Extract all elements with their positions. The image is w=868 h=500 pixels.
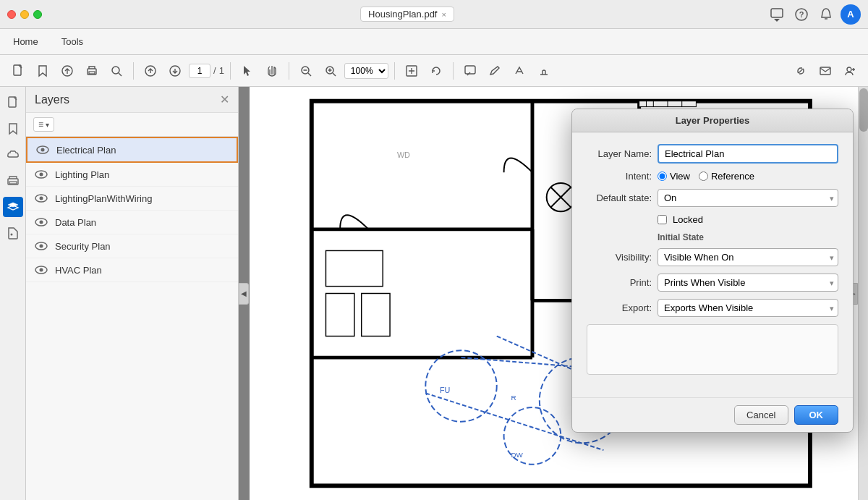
add-user-button[interactable] [839,60,861,82]
layers-close-button[interactable]: ✕ [220,93,229,106]
layer-properties-dialog[interactable]: Layer Properties Layer Name: Intent: Vie… [571,109,854,433]
ok-button[interactable]: OK [794,405,839,425]
svg-point-31 [40,173,43,177]
left-sidebar [0,87,26,500]
sidebar-new-doc[interactable] [3,93,23,113]
svg-text:FU: FU [440,386,450,394]
intent-reference-radio[interactable]: Reference [699,171,754,182]
bookmark-button[interactable] [32,60,54,82]
link-button[interactable] [790,60,812,82]
layer-item[interactable]: Security Plan [26,234,238,258]
dialog-row-print: Print: Prints When Visible Always Prints… [587,274,838,292]
comment-button[interactable] [459,60,481,82]
svg-line-14 [308,73,311,76]
sidebar-layers[interactable] [3,197,23,217]
select-tool-button[interactable] [237,60,258,82]
collapse-left-button[interactable]: ◀ [239,283,249,305]
page-up-button[interactable] [140,60,161,82]
search-button[interactable] [106,60,127,82]
maximize-window-button[interactable] [33,10,42,19]
intent-view-radio[interactable]: View [658,171,690,182]
layer-item[interactable]: Data Plan [26,211,238,234]
svg-text:R: R [511,394,516,402]
export-select[interactable]: Exports When Visible Always Exports Neve… [658,299,838,317]
tab-close-button[interactable]: × [441,10,446,19]
top-right-icons: ? A [767,4,861,25]
help-icon[interactable]: ? [791,4,812,25]
notification-icon[interactable] [816,4,836,25]
svg-rect-69 [362,294,390,336]
scroll-handle[interactable] [859,88,868,132]
draw-button[interactable] [484,60,506,82]
stamp-button[interactable] [533,60,555,82]
highlight-button[interactable] [509,60,530,82]
layer-eye-icon [33,216,49,228]
visibility-select[interactable]: Visible When On Always Visible Never Vis… [658,248,838,266]
print-button[interactable] [81,60,103,82]
tab-filename[interactable]: HousingPlan.pdf × [360,7,454,22]
page-down-button[interactable] [164,60,186,82]
title-bar-center: HousingPlan.pdf × [54,7,761,22]
intent-view-input[interactable] [658,171,667,181]
svg-line-18 [333,73,336,76]
user-avatar[interactable]: A [841,4,861,25]
svg-point-23 [847,67,851,72]
layer-item[interactable]: HVAC Plan [26,258,238,282]
intent-radio-group: View Reference [658,171,754,182]
print-select[interactable]: Prints When Visible Always Prints Never … [658,274,838,292]
svg-line-9 [119,73,122,76]
layer-item[interactable]: LightingPlanWithWiring [26,187,238,211]
menu-home[interactable]: Home [9,33,43,50]
layers-panel: Layers ✕ ≡ ▾ Electrical PlanLighting Pla… [26,87,239,500]
close-window-button[interactable] [7,10,16,19]
menu-tools[interactable]: Tools [57,33,88,50]
layer-name-label: Layer Name: [587,148,652,159]
layer-item[interactable]: Electrical Plan [26,137,238,163]
fit-page-button[interactable] [401,60,422,82]
sidebar-print[interactable] [3,171,23,191]
minimize-window-button[interactable] [20,10,29,19]
intent-reference-input[interactable] [699,171,708,181]
zoom-control: 100%50%75%125%150% [344,63,388,79]
layer-eye-icon [33,240,49,252]
rotate-button[interactable] [425,60,447,82]
svg-text:?: ? [799,10,804,19]
layer-name-input[interactable] [658,144,838,164]
menu-bar: Home Tools [0,29,868,55]
pan-tool-button[interactable] [261,60,283,82]
zoom-out-button[interactable] [295,60,317,82]
cancel-button[interactable]: Cancel [734,405,788,425]
layer-eye-icon [35,144,51,156]
sidebar-bookmark[interactable] [3,119,23,139]
layer-item[interactable]: Lighting Plan [26,163,238,187]
layers-toolbar: ≡ ▾ [26,113,238,137]
print-label: Print: [587,277,652,288]
pdf-area: ◀ [239,87,868,500]
svg-point-47 [425,350,496,421]
upload-button[interactable] [56,60,78,82]
layers-menu-button[interactable]: ≡ ▾ [33,117,54,132]
initial-state-section: Initial State [587,232,838,242]
layer-name-label: LightingPlanWithWiring [55,193,231,204]
dialog-footer: Cancel OK [572,397,853,432]
dialog-notes-textarea[interactable] [587,324,838,375]
dialog-row-intent: Intent: View Reference [587,171,838,182]
sidebar-tags[interactable] [3,223,23,243]
svg-point-29 [41,148,45,152]
zoom-in-button[interactable] [320,60,341,82]
sidebar-cloud[interactable] [3,145,23,165]
dialog-body: Layer Name: Intent: View Ref [572,132,853,397]
email-button[interactable] [814,60,836,82]
default-state-select[interactable]: OnOff [658,189,838,207]
chat-icon[interactable] [767,4,787,25]
locked-label[interactable]: Locked [673,214,703,225]
svg-point-33 [40,197,43,200]
new-button[interactable] [7,60,29,82]
zoom-select[interactable]: 100%50%75%125%150% [344,63,388,79]
layers-list: Electrical PlanLighting PlanLightingPlan… [26,137,238,500]
page-number-input[interactable] [189,64,210,78]
scroll-bar-right[interactable] [858,87,868,500]
locked-checkbox[interactable] [658,215,667,224]
page-total: 1 [219,65,224,76]
dialog-row-visibility: Visibility: Visible When On Always Visib… [587,248,838,266]
